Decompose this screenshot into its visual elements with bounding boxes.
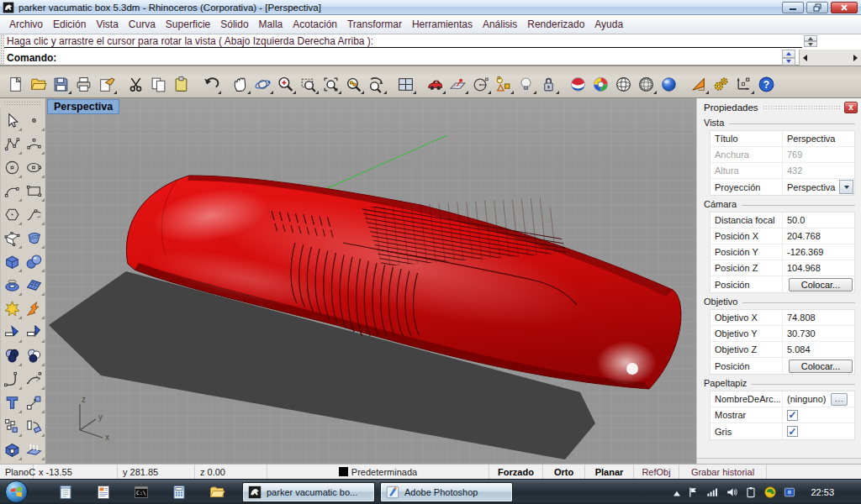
undo-icon[interactable] — [200, 73, 221, 95]
dropdown-arrow-icon[interactable] — [839, 180, 853, 194]
wireframe-display-icon[interactable] — [613, 73, 634, 95]
viewport-layout-icon[interactable] — [395, 73, 416, 95]
render-plugin-icon[interactable] — [568, 73, 589, 95]
scroll-left-icon[interactable] — [803, 55, 807, 61]
split-icon[interactable] — [23, 320, 45, 344]
prop-value[interactable]: 74.808 — [783, 310, 854, 325]
analysis-cone-icon[interactable] — [688, 73, 709, 95]
clipboard-tray-icon[interactable] — [744, 486, 758, 499]
toggle-refobj[interactable]: RefObj — [634, 465, 679, 479]
circle-icon[interactable] — [0, 155, 23, 179]
rendered-display-icon[interactable] — [658, 73, 679, 95]
menu-análisis[interactable]: Análisis — [478, 16, 522, 33]
toggle-grabar-historial[interactable]: Grabar historial — [679, 465, 767, 479]
perspective-viewport[interactable]: Perspectiva — [46, 98, 696, 464]
arc-icon[interactable] — [23, 132, 45, 155]
lamp-icon[interactable] — [515, 73, 536, 95]
menu-transformar[interactable]: Transformar — [342, 16, 407, 33]
rotate-view-icon[interactable] — [252, 73, 273, 95]
boolean-difference-icon[interactable] — [0, 344, 23, 367]
prop-value[interactable]: Perspectiva — [783, 131, 854, 146]
colocar-button[interactable]: Colocar... — [789, 360, 853, 373]
zoom-extents-icon[interactable] — [320, 73, 341, 95]
solid-tools-icon[interactable] — [0, 438, 23, 461]
color-wheel-icon[interactable] — [590, 73, 611, 95]
menu-malla[interactable]: Malla — [254, 16, 288, 33]
save-icon[interactable] — [50, 73, 71, 95]
prop-value[interactable]: 30.730 — [783, 326, 854, 341]
new-file-icon[interactable] — [5, 73, 26, 95]
polygon-icon[interactable] — [0, 202, 23, 226]
cut-icon[interactable] — [125, 73, 146, 95]
volume-icon[interactable] — [725, 486, 738, 499]
named-view-car-icon[interactable] — [425, 73, 446, 95]
trim-icon[interactable] — [0, 320, 23, 344]
copy-icon[interactable] — [148, 73, 169, 95]
menu-curva[interactable]: Curva — [124, 16, 161, 33]
checkbox-mostrar[interactable]: ✓ — [787, 410, 798, 421]
command-prompt-icon[interactable]: C:\ — [133, 484, 150, 501]
properties-splitter[interactable] — [697, 458, 861, 464]
app-rhino-icon[interactable] — [3, 2, 14, 13]
notepad-icon[interactable] — [57, 484, 74, 501]
menu-sólido[interactable]: Sólido — [215, 16, 253, 33]
palette-grip[interactable] — [3, 101, 42, 107]
explorer-folder-icon[interactable] — [209, 484, 225, 501]
prop-value[interactable]: (ninguno)... — [783, 391, 854, 407]
orient-icon[interactable] — [23, 414, 45, 438]
history-spinner[interactable] — [804, 35, 817, 47]
command-prompt[interactable]: Comando: — [4, 49, 780, 66]
toggle-planar[interactable]: Planar — [585, 465, 634, 479]
handle-curve-icon[interactable] — [23, 202, 45, 226]
rectangle-icon[interactable] — [23, 179, 45, 202]
patch-surface-icon[interactable] — [23, 226, 45, 249]
scale-icon[interactable] — [23, 391, 45, 414]
command-spinner[interactable] — [782, 50, 795, 66]
zoom-selected-icon[interactable] — [343, 73, 364, 95]
prop-value[interactable]: 5.084 — [783, 342, 854, 357]
restore-button[interactable] — [806, 2, 828, 13]
task-photoshop[interactable]: Adobe Photoshop — [380, 482, 513, 502]
cplane-button[interactable]: PlanoC — [0, 465, 34, 479]
pan-icon[interactable] — [230, 73, 251, 95]
toggle-forzado[interactable]: Forzado — [489, 465, 543, 479]
menu-ayuda[interactable]: Ayuda — [589, 16, 628, 33]
ellipse-icon[interactable] — [23, 155, 45, 179]
properties-close-icon[interactable]: x — [844, 102, 858, 113]
start-button[interactable] — [5, 480, 28, 503]
shaded-display-icon[interactable] — [636, 73, 657, 95]
osnap-icon[interactable] — [493, 73, 514, 95]
torus-icon[interactable] — [0, 273, 23, 297]
undo-view-icon[interactable] — [366, 73, 387, 95]
surface-points-icon[interactable] — [0, 226, 23, 249]
menu-edición[interactable]: Edición — [48, 16, 91, 33]
colocar-button[interactable]: Colocar... — [789, 278, 853, 291]
app-tray-icon[interactable] — [783, 486, 796, 499]
prop-value[interactable]: ✓ — [783, 423, 854, 439]
sphere-icon[interactable] — [23, 249, 45, 273]
minimize-button[interactable] — [782, 2, 804, 13]
prop-value[interactable]: Colocar... — [783, 276, 854, 292]
paste-icon[interactable] — [171, 73, 192, 95]
open-file-icon[interactable] — [28, 73, 49, 95]
menu-archivo[interactable]: Archivo — [4, 16, 48, 33]
menu-herramientas[interactable]: Herramientas — [407, 16, 478, 33]
menu-acotación[interactable]: Acotación — [288, 16, 342, 33]
wordpad-icon[interactable] — [95, 484, 112, 501]
checkbox-gris[interactable]: ✓ — [787, 426, 798, 437]
current-layer-chip[interactable]: Predeterminada — [267, 465, 489, 479]
menu-renderizado[interactable]: Renderizado — [522, 16, 589, 33]
text-icon[interactable] — [0, 391, 23, 414]
task-rhino[interactable]: parker vacumatic bo... — [242, 482, 375, 502]
lock-icon[interactable] — [538, 73, 559, 95]
browse-button[interactable]: ... — [831, 393, 848, 406]
menu-superficie[interactable]: Superficie — [161, 16, 215, 33]
options-gear-icon[interactable] — [710, 73, 732, 95]
extrude-icon[interactable] — [23, 438, 45, 461]
explode-icon[interactable] — [23, 297, 45, 320]
prop-value[interactable]: ✓ — [783, 407, 854, 423]
tray-expand-icon[interactable] — [670, 487, 680, 497]
toggle-orto[interactable]: Orto — [543, 465, 585, 479]
export-icon[interactable] — [96, 73, 117, 95]
select-arrow-icon[interactable] — [0, 108, 23, 132]
